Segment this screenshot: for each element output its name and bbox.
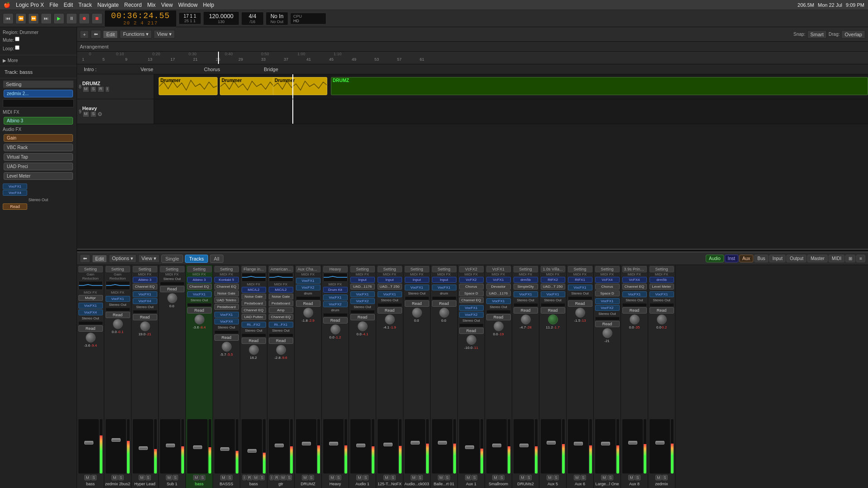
read-btn-ch3[interactable]: Read <box>133 314 157 320</box>
pan-knob-ch1[interactable] <box>86 333 96 343</box>
audio-fx-plugin-ch12-0[interactable]: UAD...T 250 <box>378 284 402 290</box>
fader-track-ch11[interactable] <box>350 419 371 474</box>
send-ch11-1[interactable]: VocFX2 <box>350 298 375 304</box>
sidebar-level-meter-btn[interactable]: Level Meter <box>4 172 73 180</box>
time-display-main[interactable]: 00:36:24.55 20 2 4 217 <box>104 10 177 27</box>
fader-handle-ch21[interactable] <box>628 441 637 445</box>
btn-s-ch5[interactable]: S <box>200 475 205 480</box>
mixer-view-btn[interactable]: View ▾ <box>138 254 160 263</box>
channel-setting-ch12[interactable]: Setting <box>378 266 402 272</box>
track-content-drumz[interactable]: Drummer Drummer Drummer <box>154 74 868 99</box>
pan-knob-ch4[interactable] <box>167 293 177 303</box>
input-plugin-ch10[interactable]: Drum Kit <box>323 287 348 293</box>
fader-track-ch19[interactable] <box>568 419 588 474</box>
audio-fx-plugin-ch15-1[interactable]: Space D <box>459 290 484 296</box>
input-plugin-ch3[interactable]: Albino 3 <box>133 277 157 283</box>
output-ch3[interactable]: Stereo Out <box>133 304 157 309</box>
output-ch10[interactable]: drum <box>323 308 348 313</box>
input-plugin-ch5[interactable]: Albino 3 <box>187 277 212 283</box>
read-btn-ch16[interactable]: Read <box>486 314 511 320</box>
transport-pause-btn[interactable]: ⏸ <box>66 13 77 24</box>
fader-handle-ch6[interactable] <box>220 447 229 451</box>
output-ch13[interactable]: Stereo Out <box>405 291 429 296</box>
send-ch1-1[interactable]: VocFX4 <box>78 309 103 315</box>
send-ch11-0[interactable]: VocFX1 <box>350 291 375 297</box>
fader-track-ch6[interactable] <box>214 419 235 474</box>
fader-handle-ch2[interactable] <box>112 438 121 442</box>
fader-track-ch15[interactable] <box>459 419 480 474</box>
track-mute-drumz[interactable]: M <box>82 86 90 92</box>
fader-handle-ch4[interactable] <box>166 444 175 447</box>
send-ch8-0[interactable]: Rt...FX1 <box>269 322 293 328</box>
audio-fx-plugin-ch17-0[interactable]: SimpleDly <box>514 284 538 290</box>
audio-fx-plugin-ch11-0[interactable]: UAD...1176 <box>350 284 375 290</box>
channel-setting-ch15[interactable]: VcFX2 <box>459 266 484 272</box>
output-ch19[interactable]: Stereo Out <box>568 291 592 296</box>
send-ch3-0[interactable]: VocFX1 <box>133 291 157 297</box>
arrange-add-track-btn[interactable]: + <box>80 30 89 39</box>
send-ch12-0[interactable]: VocFX1 <box>378 291 402 297</box>
menu-logicprox[interactable]: Logic Pro X <box>16 2 44 8</box>
audio-fx-plugin-ch22-0[interactable]: Level Meter <box>650 284 674 290</box>
btn-s-ch6[interactable]: S <box>227 475 233 480</box>
btn-m-ch17[interactable]: M <box>519 475 526 480</box>
btn-m-ch21[interactable]: M <box>628 475 635 480</box>
sidebar-virtual-tap-btn[interactable]: Virtual Tap <box>4 153 73 161</box>
btn-s-ch3[interactable]: S <box>145 475 151 480</box>
fader-handle-ch1[interactable] <box>84 441 93 445</box>
track-record-drumz[interactable]: R <box>97 86 104 92</box>
audio-fx-plugin-ch15-0[interactable]: Chorus <box>459 284 484 290</box>
audio-fx-plugin-ch6-0[interactable]: Channel EQ <box>214 284 239 290</box>
fader-track-ch9[interactable] <box>296 419 316 474</box>
input-plugin-ch8[interactable]: MIC/L2 <box>269 287 293 293</box>
output-ch4[interactable]: Stereo Out <box>160 276 184 281</box>
btn-s-ch21[interactable]: S <box>635 475 640 480</box>
fader-track-ch1[interactable] <box>78 419 99 474</box>
channel-setting-ch18[interactable]: 1.0s Villa... <box>541 266 565 272</box>
send-ch21-0[interactable]: VocFX1 <box>622 291 647 297</box>
read-btn-ch22[interactable]: Read <box>650 307 674 314</box>
send-ch15-1[interactable]: VocFX2 <box>459 312 484 318</box>
output-ch16[interactable]: Stereo Out <box>486 304 511 309</box>
btn-s-ch17[interactable]: S <box>526 475 532 480</box>
btn-s-ch1[interactable]: S <box>91 475 97 480</box>
output-ch1[interactable]: Stereo Out <box>78 316 103 321</box>
btn-m-ch3[interactable]: M <box>139 475 145 480</box>
fader-handle-ch16[interactable] <box>492 444 501 447</box>
audio-fx-plugin-ch8-0[interactable]: Noise Gate <box>269 294 293 300</box>
send-ch14-0[interactable]: VocFX1 <box>432 285 456 290</box>
audio-fx-plugin-ch6-2[interactable]: UAD Teletro <box>214 297 239 303</box>
read-btn-ch8[interactable]: Read <box>269 338 293 344</box>
send-ch6-0[interactable]: VocFX1 <box>214 312 239 318</box>
btn-r-ch7[interactable]: R <box>247 475 252 480</box>
mixer-type-input[interactable]: Input <box>769 255 786 262</box>
channel-setting-ch4[interactable]: Setting <box>160 266 184 272</box>
fader-handle-ch9[interactable] <box>302 442 311 445</box>
fader-handle-ch14[interactable] <box>438 441 447 445</box>
audio-fx-plugin-ch8-2[interactable]: Amp <box>269 307 293 313</box>
fader-track-ch10[interactable] <box>323 419 344 474</box>
channel-setting-ch7[interactable]: Flange in... <box>242 266 266 272</box>
mixer-back-btn[interactable]: ⬅ <box>80 254 90 263</box>
audio-fx-plugin-ch7-2[interactable]: Channel EQ <box>242 307 266 313</box>
mixer-type-output[interactable]: Output <box>786 255 806 262</box>
send-ch15-0[interactable]: VocFX1 <box>459 305 484 311</box>
output-ch12[interactable]: Stereo Out <box>378 298 402 303</box>
sidebar-read-btn[interactable]: Read <box>3 203 27 210</box>
fader-handle-ch3[interactable] <box>139 446 148 450</box>
btn-s-ch11[interactable]: S <box>363 475 369 480</box>
sidebar-vbc-rack-btn[interactable]: VBC Rack <box>4 144 73 151</box>
mixer-type-aux[interactable]: Aux <box>739 255 753 262</box>
track-mute-heavy[interactable]: M <box>82 111 90 117</box>
send-ch10-1[interactable]: VocFX2 <box>323 301 348 307</box>
btn-s-ch20[interactable]: S <box>608 475 613 480</box>
menu-track[interactable]: Track <box>78 2 92 8</box>
audio-fx-plugin-ch20-1[interactable]: Space D <box>595 290 620 296</box>
sidebar-loop-check[interactable] <box>15 45 19 50</box>
input-plugin-ch17[interactable]: drm5b <box>514 277 538 283</box>
input-plugin-ch20[interactable]: VcFX4 <box>595 277 620 283</box>
output-ch6[interactable]: Stereo Out <box>214 325 239 330</box>
fader-handle-ch15[interactable] <box>465 445 474 449</box>
input-plugin-ch21[interactable]: VcFX4 <box>622 277 647 283</box>
channel-setting-ch1[interactable]: Setting <box>78 266 103 272</box>
